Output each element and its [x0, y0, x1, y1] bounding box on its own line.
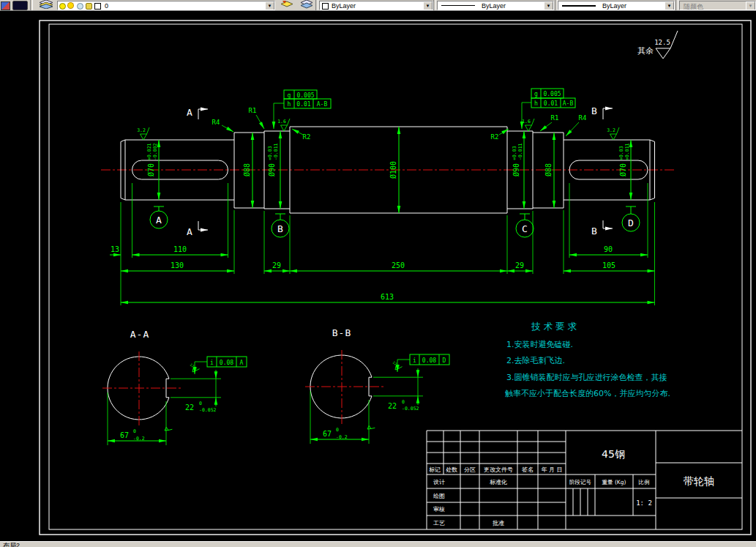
chevron-down-icon[interactable]: ▼ [423, 1, 433, 10]
dia-90-left-low: -0.011 [273, 143, 279, 160]
drawing-frame [40, 21, 751, 535]
tb-rev-count: 处数 [446, 466, 457, 473]
layer-combo[interactable]: 0 ▼ [57, 1, 275, 10]
make-object-layer-current-button[interactable] [278, 0, 295, 10]
dim-90: 90 [604, 245, 613, 253]
tech-title: 技 术 要 求 [531, 321, 577, 332]
r2-right-label: R2 [491, 133, 499, 141]
linetype-sample [441, 5, 475, 6]
layer-plot-icon[interactable] [86, 3, 92, 10]
fcf-right-sym2: h [534, 100, 538, 107]
layer-on-icon[interactable] [59, 3, 66, 10]
lineweight-value: ByLayer [602, 2, 626, 10]
section-a-width-low: -0.052 [199, 407, 217, 413]
datum-b-label: B [277, 223, 283, 234]
linetype-value: ByLayer [482, 2, 506, 10]
plotstyle-value: 随颜色 [684, 2, 703, 10]
r4-right-label: R4 [579, 114, 587, 122]
section-b-height: 67 [323, 430, 332, 438]
qiyu-label: 其余 [637, 46, 654, 56]
section-a-height-low: -0.2 [133, 436, 145, 442]
section-view-b: B-B 22 0 -0.052 i 0.08 D 12.5 67 0 -0. [305, 327, 449, 444]
toolbar-separator [315, 0, 318, 10]
lineweight-combo[interactable]: ByLayer ▼ [558, 1, 675, 10]
color-combo[interactable]: ByLayer ▼ [319, 1, 433, 10]
layer-color-swatch[interactable] [94, 3, 101, 10]
cut-b-bottom-label: B [591, 226, 597, 237]
autocad-window: 其余 12.5 A A B B 13 110 [0, 0, 756, 547]
tb-material: 45钢 [602, 448, 625, 460]
dim-105: 105 [602, 261, 615, 269]
fcf-left-sym1: g [288, 92, 291, 99]
tb-rev-zone: 分区 [464, 466, 476, 473]
tb-rev-sign: 签名 [522, 466, 534, 473]
linetype-combo[interactable]: ByLayer ▼ [437, 1, 554, 10]
dim-13: 13 [111, 245, 119, 253]
layer-freeze-icon[interactable] [68, 3, 73, 8]
dia-90-right: Ø90 [512, 163, 520, 176]
roughness-16-left: 1.6 [277, 119, 286, 124]
chevron-down-icon[interactable]: ▼ [544, 1, 553, 10]
dia-90-left: Ø90 [268, 163, 276, 176]
dim-110: 110 [173, 245, 187, 253]
tb-draw-label: 绘图 [433, 493, 445, 499]
section-a-height-up: 0 [133, 428, 136, 434]
plotstyle-combo[interactable]: 随颜色 ▼ [679, 1, 756, 10]
layer-lock-icon[interactable] [77, 3, 83, 10]
chevron-down-icon[interactable]: ▼ [665, 1, 674, 10]
color-value: ByLayer [332, 2, 356, 10]
layer-previous-button[interactable] [298, 0, 315, 10]
chevron-down-icon[interactable]: ▼ [265, 1, 274, 10]
dia-90-left-up: +0.03 [267, 146, 273, 160]
dia-70-right-low: +0.011 [624, 143, 630, 160]
shaft-front-view [101, 127, 675, 213]
technical-requirements: 技 术 要 求 1.安装时避免磕碰. 2.去除毛刺飞边. 3.圆锥销装配时应与孔… [505, 321, 670, 398]
dim-130: 130 [171, 261, 184, 269]
dia-70-left-low: -0.002 [152, 143, 158, 160]
designcenter-icon[interactable] [12, 1, 28, 10]
section-a-title: A-A [130, 329, 149, 340]
chevron-down-icon: ▼ [746, 1, 755, 10]
fcf-secb-sym: i [413, 357, 416, 364]
fcf-secb-datum: D [443, 357, 446, 364]
drawing-canvas[interactable]: 其余 12.5 A A B B 13 110 [0, 0, 756, 547]
roughness-16-right: 1.6 [522, 119, 531, 124]
title-block: 标记 处数 分区 更改文件号 签名 年 月 日 设计 标准化 绘图 审核 工艺 … [427, 431, 742, 529]
fcf-seca-val: 0.08 [220, 360, 233, 366]
color-swatch [322, 3, 329, 10]
general-roughness-value: 12.5 [654, 39, 670, 46]
tech-line-1: 1.安装时避免磕碰. [506, 340, 573, 349]
layer-name-value: 0 [105, 2, 108, 10]
tb-design-label: 设计 [433, 479, 445, 485]
toolbar-separator [30, 0, 33, 10]
tb-weight-label: 重量 (Kg) [602, 479, 626, 485]
section-b-title: B-B [332, 327, 351, 338]
section-b-width-up: 0 [402, 399, 405, 405]
tb-scale-value: 1: 2 [636, 499, 652, 507]
lineweight-sample [562, 5, 596, 7]
tb-process-label: 工艺 [433, 520, 445, 526]
layers-button[interactable] [37, 0, 56, 10]
layout-tab-label[interactable]: 布局2 [3, 541, 756, 547]
make-layer-current-icon [280, 0, 293, 9]
roughness-32-left: 3.2 [137, 127, 146, 133]
section-b-height-low: -0.2 [336, 434, 348, 440]
dia-70-right: Ø70 [619, 163, 627, 176]
datum-d-label: D [628, 217, 634, 228]
section-view-a: A-A 22 0 -0.052 i 0.08 A 12.5 67 0 -0. [102, 329, 247, 445]
general-roughness-note: 其余 12.5 [637, 31, 678, 59]
layout-tab-strip[interactable]: 布局2 [0, 541, 756, 547]
r2-left-label: R2 [303, 133, 311, 141]
dim-613: 613 [381, 293, 394, 301]
r4-left-label: R4 [212, 119, 220, 126]
toolbar-separator [675, 0, 678, 10]
roughness-32-right: 3.2 [607, 127, 615, 133]
fcf-right-val2: 0.01 [544, 100, 558, 107]
properties-icon[interactable] [1, 1, 10, 10]
dim-29a: 29 [272, 261, 281, 269]
svg-text:12.5: 12.5 [190, 362, 198, 371]
fcf-secb-val: 0.08 [422, 357, 436, 364]
tb-check-label: 审核 [433, 506, 445, 513]
tb-part-name: 带轮轴 [684, 475, 714, 487]
tb-scale-label: 比例 [639, 479, 650, 485]
